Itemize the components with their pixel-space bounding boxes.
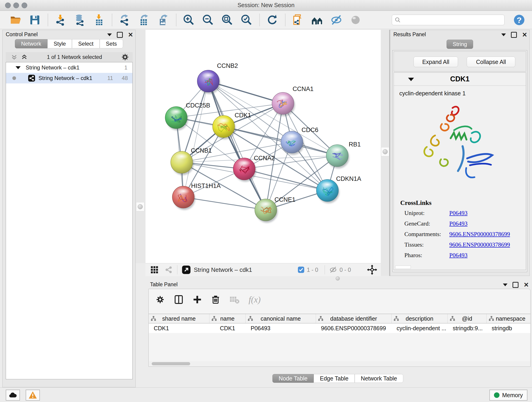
panel-float-icon[interactable]: [511, 32, 517, 38]
tab-node-table[interactable]: Node Table: [272, 374, 314, 383]
expand-all-button[interactable]: Expand All: [413, 57, 458, 67]
save-session-icon[interactable]: [28, 13, 41, 26]
network-node-ccna2[interactable]: [233, 158, 256, 182]
import-table-icon[interactable]: [93, 13, 105, 26]
help-button[interactable]: ?: [513, 14, 525, 26]
table-hscrollbar[interactable]: [149, 361, 530, 366]
network-collection-row[interactable]: String Network – cdk1 1: [6, 62, 133, 73]
network-node-ccne1[interactable]: [255, 199, 278, 223]
collapse-all-button[interactable]: Collapse All: [467, 57, 515, 67]
horizontal-splitter[interactable]: [144, 276, 532, 281]
scrollbar-thumb[interactable]: [152, 362, 190, 365]
expand-all-icon[interactable]: [21, 54, 28, 61]
hidden-eye-icon[interactable]: [329, 266, 337, 274]
memory-button[interactable]: Memory: [489, 390, 527, 401]
column-header-database-identifier[interactable]: database identifier: [316, 314, 392, 323]
network-node-cdc25b[interactable]: [165, 107, 188, 130]
import-string-network-icon[interactable]: [291, 13, 304, 26]
function-builder-icon[interactable]: f(x): [249, 294, 261, 305]
table-row[interactable]: CDK1CDK1P064939606.ENSP00000378699cyclin…: [149, 323, 530, 333]
network-node-ccna1[interactable]: [272, 92, 295, 116]
column-header-canonical-name[interactable]: canonical name: [246, 314, 316, 323]
tab-edge-table[interactable]: Edge Table: [314, 374, 355, 383]
tab-select[interactable]: Select: [72, 39, 100, 48]
tab-string[interactable]: String: [447, 40, 473, 49]
column-header-description[interactable]: description: [392, 314, 448, 323]
show-all-eye-icon[interactable]: [349, 13, 362, 26]
network-node-cdk1[interactable]: [213, 115, 235, 139]
zoom-out-icon[interactable]: [202, 13, 215, 26]
network-edge[interactable]: [208, 81, 266, 210]
add-column-icon[interactable]: [193, 295, 202, 304]
search-input[interactable]: [403, 17, 501, 23]
tab-sets[interactable]: Sets: [100, 39, 123, 48]
vertical-splitter-left[interactable]: [136, 30, 146, 263]
network-node-rb1[interactable]: [326, 145, 349, 168]
collapse-all-icon[interactable]: [11, 54, 18, 61]
delete-column-icon[interactable]: [211, 295, 220, 304]
string-home-icon[interactable]: [311, 13, 323, 26]
open-session-icon[interactable]: [9, 13, 22, 26]
apply-layout-icon[interactable]: [266, 13, 279, 26]
import-network-database-icon[interactable]: [73, 13, 86, 26]
zoom-fit-icon[interactable]: [221, 13, 234, 26]
column-header-shared-name[interactable]: shared name: [149, 314, 209, 323]
panel-close-icon[interactable]: ✕: [522, 32, 527, 37]
cloud-button[interactable]: [6, 390, 20, 401]
open-in-window-icon[interactable]: [181, 265, 191, 274]
tab-network[interactable]: Network: [15, 39, 47, 48]
zoom-in-icon[interactable]: [182, 13, 195, 26]
panel-close-icon[interactable]: ✕: [524, 283, 529, 287]
network-row-selected[interactable]: String Network – cdk1 11 48: [6, 73, 133, 83]
table-gear-icon[interactable]: [156, 295, 165, 304]
table-body: CDK1CDK1P064939606.ENSP00000378699cyclin…: [149, 323, 530, 333]
gene-header[interactable]: CDK1: [394, 73, 526, 86]
column-header-name[interactable]: name: [209, 314, 246, 323]
birdseye-pan-icon[interactable]: [367, 265, 377, 275]
panel-menu-icon[interactable]: [501, 33, 506, 36]
string-network-graph[interactable]: CCNB2CCNA1CDC25BCDK1CDC6RB1CCNB1CCNA2CDK…: [146, 30, 381, 263]
panel-close-icon[interactable]: ✕: [128, 32, 133, 37]
hide-selected-eye-icon[interactable]: [330, 13, 343, 26]
export-image-icon[interactable]: [157, 13, 170, 26]
column-header-id[interactable]: @id: [448, 314, 487, 323]
network-node-cdc6[interactable]: [281, 131, 304, 155]
column-header-namespace[interactable]: namespace: [487, 314, 531, 323]
crosslink-link[interactable]: 9606.ENSP00000378699: [449, 231, 510, 241]
export-network-icon[interactable]: [118, 13, 131, 26]
splitter-handle[interactable]: [136, 202, 144, 211]
panel-menu-icon[interactable]: [503, 283, 507, 286]
network-canvas[interactable]: CCNB2CCNA1CDC25BCDK1CDC6RB1CCNB1CCNA2CDK…: [146, 30, 381, 263]
network-node-hist1h1a[interactable]: [172, 186, 195, 210]
network-edge[interactable]: [183, 197, 266, 210]
network-node-ccnb2[interactable]: [197, 70, 220, 94]
import-network-file-icon[interactable]: [54, 13, 67, 26]
show-columns-icon[interactable]: [174, 295, 184, 304]
selected-checkbox-icon[interactable]: [298, 266, 304, 273]
network-view-title: String Network – cdk1: [194, 266, 298, 274]
crosslink-link[interactable]: P06493: [449, 252, 467, 262]
panel-menu-icon[interactable]: [107, 33, 112, 36]
network-view-icon[interactable]: [164, 265, 173, 274]
crosslink-link[interactable]: P06493: [449, 220, 467, 231]
toolbar-search[interactable]: [392, 15, 505, 25]
grid-view-icon[interactable]: [150, 265, 159, 274]
tab-network-table[interactable]: Network Table: [355, 374, 403, 383]
export-table-icon[interactable]: [138, 13, 150, 26]
collection-expand-icon[interactable]: [16, 66, 21, 69]
tab-style[interactable]: Style: [47, 39, 72, 48]
vertical-splitter-right[interactable]: [381, 30, 390, 276]
network-node-cdkn1a[interactable]: [317, 179, 339, 203]
warnings-button[interactable]: [26, 390, 40, 401]
results-hscrollbar[interactable]: [395, 266, 411, 269]
panel-float-icon[interactable]: [513, 282, 519, 288]
gear-icon[interactable]: [121, 53, 129, 61]
splitter-handle[interactable]: [336, 276, 340, 281]
crosslink-link[interactable]: P06493: [449, 210, 467, 220]
zoom-selected-icon[interactable]: [240, 13, 253, 26]
panel-float-icon[interactable]: [117, 32, 123, 38]
delete-table-icon[interactable]: [229, 294, 239, 305]
results-panel: Results Panel ✕ String Expand All Collap…: [390, 30, 530, 276]
crosslink-link[interactable]: 9606.ENSP00000378699: [449, 241, 510, 252]
splitter-handle[interactable]: [381, 147, 389, 156]
